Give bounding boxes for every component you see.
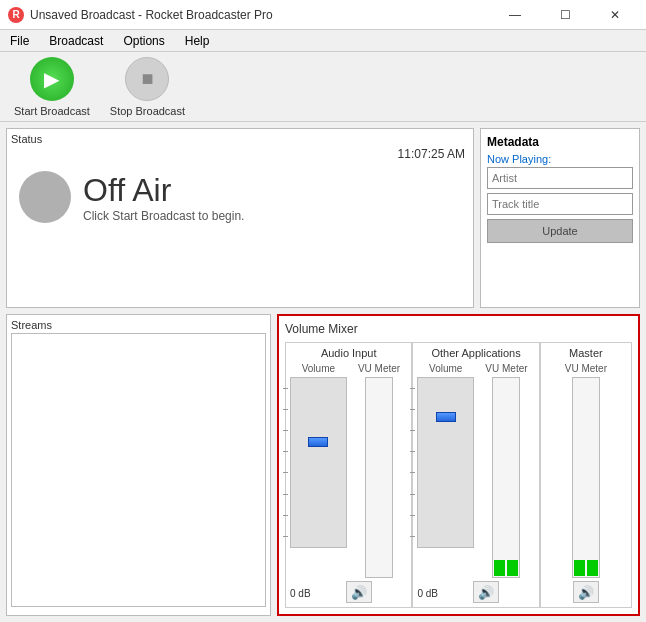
- master-speaker-button[interactable]: 🔊: [573, 581, 599, 603]
- title-bar: R Unsaved Broadcast - Rocket Broadcaster…: [0, 0, 646, 30]
- tick: [410, 409, 415, 410]
- tick: [410, 388, 415, 389]
- minimize-button[interactable]: —: [492, 0, 538, 30]
- audio-input-section: Audio Input Volume: [285, 342, 412, 608]
- other-apps-cols: Volume: [417, 363, 534, 578]
- menu-bar: File Broadcast Options Help: [0, 30, 646, 52]
- audio-input-vu-meter: [365, 377, 393, 578]
- master-vu-col: VU Meter: [545, 363, 627, 578]
- other-apps-vu-meter: [492, 377, 520, 578]
- menu-help[interactable]: Help: [175, 30, 220, 52]
- audio-input-volume-col: Volume: [290, 363, 347, 578]
- off-air-subtext: Click Start Broadcast to begin.: [83, 209, 244, 223]
- metadata-panel: Metadata Now Playing: Update: [480, 128, 640, 308]
- start-broadcast-icon: ▶: [30, 57, 74, 101]
- tick: [283, 515, 288, 516]
- tick: [283, 451, 288, 452]
- audio-input-slider-track: [290, 377, 347, 548]
- artist-input[interactable]: [487, 167, 633, 189]
- vu-bar-right: [507, 560, 518, 576]
- master-vu-bars: [573, 559, 599, 577]
- tick: [410, 515, 415, 516]
- update-button[interactable]: Update: [487, 219, 633, 243]
- mixer-sections: Audio Input Volume: [285, 342, 632, 608]
- tick: [410, 472, 415, 473]
- audio-input-vu-label: VU Meter: [358, 363, 400, 374]
- master-section: Master VU Meter: [540, 342, 632, 608]
- avatar: [19, 171, 71, 223]
- master-cols: VU Meter: [545, 363, 627, 578]
- other-apps-vu-label: VU Meter: [485, 363, 527, 374]
- audio-input-volume-label: Volume: [302, 363, 335, 374]
- master-vu-label: VU Meter: [565, 363, 607, 374]
- other-apps-slider-ticks: [410, 378, 415, 547]
- now-playing-label: Now Playing:: [487, 153, 633, 165]
- close-button[interactable]: ✕: [592, 0, 638, 30]
- main-content: Status 11:07:25 AM Off Air Click Start B…: [0, 122, 646, 622]
- other-apps-section: Other Applications Volume: [412, 342, 539, 608]
- menu-broadcast[interactable]: Broadcast: [39, 30, 113, 52]
- master-title: Master: [545, 347, 627, 359]
- vu-bar-right: [587, 560, 598, 576]
- other-apps-vu-bars: [493, 559, 519, 577]
- tick: [283, 494, 288, 495]
- vu-bar-left: [494, 560, 505, 576]
- app-icon: R: [8, 7, 24, 23]
- master-bottom: 🔊: [545, 581, 627, 603]
- streams-list: [11, 333, 266, 607]
- menu-options[interactable]: Options: [113, 30, 174, 52]
- audio-input-speaker-button[interactable]: 🔊: [346, 581, 372, 603]
- streams-panel-label: Streams: [11, 319, 266, 331]
- audio-input-cols: Volume: [290, 363, 407, 578]
- tick: [410, 430, 415, 431]
- top-row: Status 11:07:25 AM Off Air Click Start B…: [6, 128, 640, 308]
- tick: [410, 536, 415, 537]
- other-apps-volume-label: Volume: [429, 363, 462, 374]
- audio-input-db: 0 dB: [290, 588, 311, 599]
- other-apps-slider-container: [417, 377, 474, 578]
- menu-file[interactable]: File: [0, 30, 39, 52]
- vu-bar-left: [574, 560, 585, 576]
- off-air-info: Off Air Click Start Broadcast to begin.: [83, 172, 244, 223]
- audio-input-slider-ticks: [283, 378, 288, 547]
- time-display: 11:07:25 AM: [11, 147, 469, 161]
- audio-input-vu-col: VU Meter: [351, 363, 408, 578]
- volume-mixer-panel: Volume Mixer Audio Input Volume: [277, 314, 640, 616]
- start-broadcast-label: Start Broadcast: [14, 105, 90, 117]
- start-broadcast-button[interactable]: ▶ Start Broadcast: [8, 53, 96, 121]
- maximize-button[interactable]: ☐: [542, 0, 588, 30]
- other-apps-db: 0 dB: [417, 588, 438, 599]
- other-apps-slider-track: [417, 377, 474, 548]
- other-apps-title: Other Applications: [417, 347, 534, 359]
- toolbar: ▶ Start Broadcast ■ Stop Broadcast: [0, 52, 646, 122]
- master-vu-meter: [572, 377, 600, 578]
- tick: [283, 388, 288, 389]
- other-apps-bottom: 0 dB 🔊: [417, 581, 534, 603]
- tick: [410, 451, 415, 452]
- audio-input-slider-thumb[interactable]: [308, 437, 328, 447]
- tick: [283, 536, 288, 537]
- audio-input-slider-container: [290, 377, 347, 578]
- window-title: Unsaved Broadcast - Rocket Broadcaster P…: [30, 8, 273, 22]
- tick: [283, 430, 288, 431]
- off-air-text: Off Air: [83, 172, 244, 209]
- stop-broadcast-icon: ■: [125, 57, 169, 101]
- other-apps-speaker-button[interactable]: 🔊: [473, 581, 499, 603]
- status-panel-label: Status: [11, 133, 469, 145]
- title-bar-left: R Unsaved Broadcast - Rocket Broadcaster…: [8, 7, 273, 23]
- bottom-row: Streams Volume Mixer Audio Input Volume: [6, 314, 640, 616]
- streams-panel: Streams: [6, 314, 271, 616]
- status-panel: Status 11:07:25 AM Off Air Click Start B…: [6, 128, 474, 308]
- title-bar-controls: — ☐ ✕: [492, 0, 638, 30]
- status-content: Off Air Click Start Broadcast to begin.: [11, 161, 469, 233]
- volume-mixer-title: Volume Mixer: [285, 322, 632, 336]
- audio-input-bottom: 0 dB 🔊: [290, 581, 407, 603]
- other-apps-slider-thumb[interactable]: [436, 412, 456, 422]
- tick: [410, 494, 415, 495]
- audio-input-title: Audio Input: [290, 347, 407, 359]
- track-title-input[interactable]: [487, 193, 633, 215]
- stop-broadcast-label: Stop Broadcast: [110, 105, 185, 117]
- metadata-title: Metadata: [487, 135, 633, 149]
- tick: [283, 472, 288, 473]
- stop-broadcast-button[interactable]: ■ Stop Broadcast: [104, 53, 191, 121]
